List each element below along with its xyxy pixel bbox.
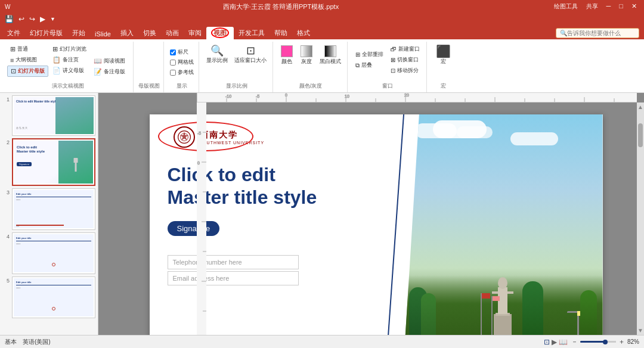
btn-handout-master[interactable]: 📄讲义母版 xyxy=(49,66,89,76)
flag-2 xyxy=(493,296,500,301)
slide-thumb-1[interactable]: Click to edit Master title style 合弘光大 xyxy=(12,95,95,136)
ruler-checkbox[interactable] xyxy=(170,49,176,55)
view-normal-button[interactable]: ⊡ xyxy=(544,338,550,346)
svg-text:10: 10 xyxy=(345,94,349,98)
tab-transitions[interactable]: 切换 xyxy=(138,27,161,39)
tab-help[interactable]: 帮助 xyxy=(270,27,292,39)
btn-switch-window[interactable]: ⊠切换窗口 xyxy=(388,55,423,65)
slide-thumb-5[interactable]: Edit your title ●●●● xyxy=(12,276,95,318)
slide-thumb-wrapper-4: 4 Edit your title ●●●● xyxy=(2,232,95,274)
scroll-down-button[interactable]: ▼ xyxy=(636,326,644,335)
view-reading-button[interactable]: 📖 xyxy=(559,338,568,346)
thumb5-divider xyxy=(16,285,91,285)
tab-file[interactable]: 文件 xyxy=(2,27,25,39)
save-qa-button[interactable]: 💾 xyxy=(4,14,15,24)
btn-notes-master[interactable]: 📝备注母版 xyxy=(91,67,128,77)
group-label-color: 颜色/灰度 xyxy=(299,82,323,91)
guides-checkbox[interactable] xyxy=(170,70,176,76)
view-buttons: ⊡ ▶ 📖 xyxy=(544,338,568,346)
flag-1 xyxy=(482,293,490,299)
btn-grayscale[interactable]: 灰度 xyxy=(298,44,315,67)
guides-label: 参考线 xyxy=(178,69,194,76)
btn-arrange-all[interactable]: ⊞全部重排 xyxy=(352,49,386,60)
status-text: 基本 xyxy=(5,338,17,346)
language-indicator[interactable]: 英语(美国) xyxy=(23,338,51,346)
scrollbar-vertical[interactable]: ▲ ▼ xyxy=(637,102,644,335)
btn-move-split[interactable]: ⊡移动拆分 xyxy=(388,66,423,76)
flagpole-2 xyxy=(491,296,493,335)
group-show: 标尺 网格线 参考线 显示 xyxy=(165,42,199,92)
tab-islide[interactable]: iSlide xyxy=(90,29,116,39)
tab-insert[interactable]: 插入 xyxy=(116,27,138,39)
btn-reading-view[interactable]: 📖阅读视图 xyxy=(91,56,128,66)
telephone-field[interactable]: Telephone number here xyxy=(168,255,299,269)
btn-normal-view[interactable]: ⊞普通 xyxy=(7,44,48,54)
redo-qa-button[interactable]: ↪ xyxy=(28,14,36,24)
svg-text:-10: -10 xyxy=(225,94,231,98)
close-button[interactable]: ✕ xyxy=(629,2,639,11)
thumb5-circle xyxy=(52,307,55,310)
view-slideshow-button[interactable]: ▶ xyxy=(552,338,557,346)
tab-home[interactable]: 开始 xyxy=(67,27,90,39)
btn-color[interactable]: 颜色 xyxy=(278,44,296,67)
thumb3-divider xyxy=(16,197,91,197)
zoom-in-button[interactable]: ＋ xyxy=(618,337,625,346)
btn-slide-sorter[interactable]: ⊞幻灯片浏览 xyxy=(49,44,89,54)
drawing-tools-label: 绘图工具 xyxy=(552,2,580,11)
gridlines-checkbox[interactable] xyxy=(170,60,176,66)
btn-notes-page[interactable]: 📋备注页 xyxy=(49,55,89,65)
tab-developer[interactable]: 开发工具 xyxy=(234,27,270,39)
cloud-4 xyxy=(510,132,558,145)
signature-button[interactable]: Signature xyxy=(168,221,220,236)
btn-fit-window[interactable]: ⊡ 适应窗口大小 xyxy=(232,44,269,66)
group-label-macros: 宏 xyxy=(441,82,446,91)
slide-num-5: 5 xyxy=(2,276,10,284)
group-macros: ⬛ 宏 宏 xyxy=(428,42,458,92)
undo-qa-button[interactable]: ↩ xyxy=(17,14,26,24)
logo-en-text: SOUTHWEST UNIVERSITY xyxy=(200,141,265,145)
checkbox-ruler[interactable]: 标尺 xyxy=(169,48,195,57)
scroll-up-button[interactable]: ▲ xyxy=(636,102,644,111)
share-button[interactable]: 共享 xyxy=(584,2,600,11)
zoom-percent[interactable]: 82% xyxy=(627,338,639,345)
slide-right-section xyxy=(403,114,602,335)
tab-format[interactable]: 格式 xyxy=(292,27,315,39)
scrollbar-thumb-v[interactable] xyxy=(638,123,643,147)
checkbox-guides[interactable]: 参考线 xyxy=(169,68,195,77)
btn-cascade[interactable]: ⧉层叠 xyxy=(352,60,386,70)
slide-thumb-3[interactable]: Edit your title ●●●● ●●● xyxy=(12,188,95,230)
logo-text: 西南大学 SOUTHWEST UNIVERSITY xyxy=(200,130,265,145)
checkbox-gridlines[interactable]: 网格线 xyxy=(169,58,195,67)
btn-zoom[interactable]: 🔍 显示比例 xyxy=(204,44,230,66)
slide-thumb-4[interactable]: Edit your title ●●●● xyxy=(12,232,95,274)
btn-macros[interactable]: ⬛ 宏 xyxy=(434,44,453,67)
maximize-button[interactable]: □ xyxy=(617,2,626,11)
zoom-handle[interactable] xyxy=(603,340,608,344)
slide-thumb-2[interactable]: Click to editMaster title style Signatur… xyxy=(12,138,95,186)
email-field[interactable]: Email address here xyxy=(168,271,299,285)
cloud-3 xyxy=(457,126,493,138)
search-box[interactable]: 🔍 xyxy=(556,28,639,38)
telephone-text: Telephone number here xyxy=(173,259,242,266)
btn-slidemaster-view[interactable]: ⊡幻灯片母版 xyxy=(7,66,48,77)
thumb1-content: Click to edit Master title style 合弘光大 xyxy=(14,97,94,134)
tab-slidemaster[interactable]: 幻灯片母版 xyxy=(25,27,67,39)
play-qa-button[interactable]: ▶ xyxy=(39,14,47,24)
tab-animations[interactable]: 动画 xyxy=(161,27,184,39)
main-slide[interactable]: 西南大学 SOUTHWEST UNIVERSITY Click to edit … xyxy=(150,114,603,335)
thumb5-inner: Edit your title ●●●● xyxy=(16,281,91,289)
zoom-slider[interactable] xyxy=(580,341,616,343)
qa-overflow-button[interactable]: ▼ xyxy=(49,15,57,23)
zoom-out-button[interactable]: － xyxy=(571,337,578,346)
thumb2-sig: Signature xyxy=(17,162,32,166)
thumb5-text: ●●●● xyxy=(16,287,91,289)
tab-review[interactable]: 审阅 xyxy=(184,27,206,39)
flagpole-1 xyxy=(481,293,482,335)
minimize-button[interactable]: ─ xyxy=(604,2,614,11)
btn-outline-view[interactable]: ≡大纲视图 xyxy=(7,55,48,65)
svg-point-38 xyxy=(498,277,507,289)
btn-blackwhite[interactable]: 黑白模式 xyxy=(317,44,343,67)
search-input[interactable] xyxy=(567,30,633,36)
btn-new-window[interactable]: 🗗新建窗口 xyxy=(388,44,423,54)
tab-view[interactable]: 视图 xyxy=(206,27,234,39)
